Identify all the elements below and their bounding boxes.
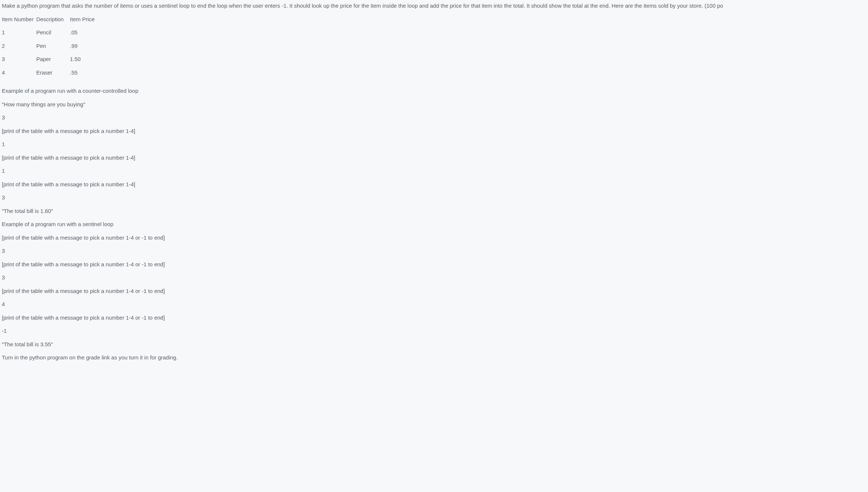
- example1-title: Example of a program run with a counter-…: [2, 87, 866, 95]
- header-item-price: Item Price: [70, 15, 95, 24]
- example1-input: 3: [2, 114, 866, 122]
- example1-result: "The total bill is 1.60": [2, 207, 866, 216]
- cell-price: .99: [70, 42, 77, 50]
- example2-result: "The total bill is 3.55": [2, 340, 866, 349]
- example1-message: [print of the table with a message to pi…: [2, 127, 866, 136]
- table-row: 2 Pen .99: [2, 42, 866, 50]
- example2-message: [print of the table with a message to pi…: [2, 234, 866, 242]
- table-header-row: Item Number Description Item Price: [2, 15, 866, 24]
- cell-number: 4: [2, 69, 35, 77]
- example1-input: 1: [2, 140, 866, 149]
- cell-price: .55: [70, 69, 77, 77]
- cell-description: Paper: [36, 55, 68, 64]
- header-item-number: Item Number: [2, 15, 35, 24]
- example1-input: 3: [2, 194, 866, 202]
- example2-input: -1: [2, 327, 866, 335]
- cell-description: Pencil: [36, 28, 68, 37]
- intro-paragraph: Make a python program that asks the numb…: [2, 2, 866, 10]
- cell-price: 1.50: [70, 55, 80, 64]
- document-content: Make a python program that asks the numb…: [2, 2, 866, 362]
- example2-message: [print of the table with a message to pi…: [2, 314, 866, 322]
- header-description: Description: [36, 15, 68, 24]
- example1-message: [print of the table with a message to pi…: [2, 180, 866, 189]
- example1-prompt: "How many things are you buying": [2, 100, 866, 109]
- example2-input: 3: [2, 274, 866, 282]
- example1-input: 1: [2, 167, 866, 175]
- cell-number: 1: [2, 28, 35, 37]
- cell-number: 2: [2, 42, 35, 50]
- example2-message: [print of the table with a message to pi…: [2, 260, 866, 269]
- example2-input: 3: [2, 247, 866, 255]
- cell-number: 3: [2, 55, 35, 64]
- example2-message: [print of the table with a message to pi…: [2, 287, 866, 295]
- table-row: 4 Eraser .55: [2, 69, 866, 77]
- example1-message: [print of the table with a message to pi…: [2, 154, 866, 162]
- cell-price: .05: [70, 28, 77, 37]
- table-row: 1 Pencil .05: [2, 28, 866, 37]
- table-row: 3 Paper 1.50: [2, 55, 866, 64]
- example2-input: 4: [2, 300, 866, 309]
- cell-description: Pen: [36, 42, 68, 50]
- example2-title: Example of a program run with a sentinel…: [2, 220, 866, 229]
- footer-instruction: Turn in the python program on the grade …: [2, 354, 866, 362]
- spacer: [2, 82, 866, 87]
- cell-description: Eraser: [36, 69, 68, 77]
